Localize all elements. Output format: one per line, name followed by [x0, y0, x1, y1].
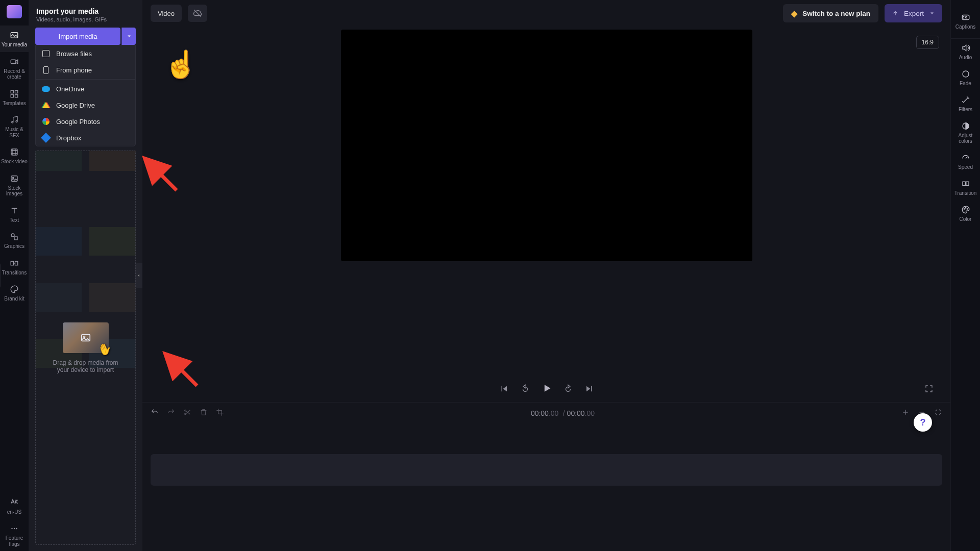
- tool-label: Fade: [960, 81, 971, 86]
- video-title-input[interactable]: Video: [151, 5, 182, 22]
- delete-button[interactable]: [200, 408, 208, 418]
- preview-stage: 16:9: [142, 27, 950, 378]
- gauge-icon: [961, 153, 970, 162]
- switch-plan-button[interactable]: ◆ Switch to a new plan: [783, 4, 878, 22]
- chevron-down-icon: [126, 33, 132, 39]
- svg-rect-14: [15, 261, 18, 265]
- timecode-total-ms: .00: [585, 409, 595, 417]
- tool-fade[interactable]: Fade: [951, 65, 980, 91]
- media-panel-subtitle: Videos, audio, images, GIFs: [36, 16, 135, 22]
- dropzone-hint: Drag & drop media from your device to im…: [53, 359, 118, 373]
- fade-icon: [961, 69, 970, 79]
- sidebar-item-stock-video[interactable]: Stock video: [0, 142, 29, 169]
- sidebar-item-brand-kit[interactable]: Brand kit: [0, 280, 29, 306]
- dropdown-item-label: OneDrive: [56, 85, 84, 93]
- svg-point-23: [963, 71, 969, 77]
- locale-icon: [10, 498, 19, 507]
- redo-icon: [167, 408, 175, 416]
- dropdown-item-from-phone[interactable]: From phone: [36, 62, 135, 78]
- sidebar-item-music[interactable]: Music & SFX: [0, 110, 29, 142]
- import-media-dropdown-toggle[interactable]: [121, 28, 136, 45]
- tool-filters[interactable]: Filters: [951, 91, 980, 117]
- svg-point-16: [14, 528, 15, 529]
- svg-point-29: [967, 209, 968, 210]
- forward-button[interactable]: [562, 384, 574, 396]
- sidebar-item-label: Music & SFX: [0, 127, 29, 138]
- svg-rect-12: [14, 237, 17, 240]
- skip-prev-icon: [499, 384, 508, 393]
- sidebar-item-feature-flags[interactable]: Feature flags: [0, 519, 29, 551]
- fullscreen-button[interactable]: [923, 384, 935, 396]
- media-drop-zone[interactable]: ✋ Drag & drop media from your device to …: [35, 151, 136, 545]
- next-frame-button[interactable]: [583, 384, 596, 396]
- sidebar-item-transitions[interactable]: Transitions: [0, 254, 29, 280]
- tool-speed[interactable]: Speed: [951, 148, 980, 174]
- locale-label: en-US: [7, 509, 21, 515]
- tool-audio[interactable]: Audio: [951, 39, 980, 65]
- dropdown-item-google-drive[interactable]: Google Drive: [36, 97, 135, 113]
- right-tools-collapse-handle[interactable]: [0, 263, 1, 288]
- cloud-off-icon: [193, 9, 202, 18]
- speaker-icon: [961, 43, 970, 53]
- prev-frame-button[interactable]: [498, 384, 510, 396]
- sidebar-item-stock-images[interactable]: Stock images: [0, 169, 29, 201]
- timeline-track-empty[interactable]: [151, 454, 942, 486]
- tool-color[interactable]: Color: [951, 201, 980, 227]
- zoom-in-button[interactable]: [901, 408, 910, 418]
- contrast-icon: [961, 121, 970, 131]
- sidebar-item-label: Record & create: [4, 68, 25, 80]
- image-icon: [80, 332, 91, 343]
- tool-adjust-colors[interactable]: Adjust colors: [951, 117, 980, 148]
- play-button[interactable]: [541, 383, 553, 396]
- tool-transition[interactable]: Transition: [951, 174, 980, 201]
- video-preview-canvas[interactable]: [341, 30, 752, 261]
- timeline-toolbar: 00:00.00 / 00:00.00: [142, 402, 950, 423]
- dropdown-item-label: From phone: [56, 66, 92, 74]
- redo-button[interactable]: [167, 408, 175, 418]
- import-media-button[interactable]: Import media: [35, 28, 120, 45]
- dropdown-item-dropbox[interactable]: Dropbox: [36, 130, 135, 146]
- transition-icon: [961, 179, 970, 188]
- phone-icon: [42, 66, 50, 74]
- dropdown-item-google-photos[interactable]: Google Photos: [36, 113, 135, 130]
- templates-icon: [10, 89, 19, 98]
- crop-button[interactable]: [216, 408, 224, 418]
- dropdown-item-onedrive[interactable]: OneDrive: [36, 81, 135, 97]
- dropdown-item-browse-files[interactable]: Browse files: [36, 45, 135, 62]
- rewind-button[interactable]: [519, 384, 531, 396]
- tool-captions[interactable]: Captions: [951, 8, 980, 34]
- timecode-current-ms: .00: [549, 409, 558, 417]
- svg-rect-25: [963, 182, 965, 186]
- captions-icon: [961, 13, 970, 22]
- sidebar-item-label: Brand kit: [4, 296, 24, 302]
- zoom-fit-button[interactable]: [934, 408, 942, 418]
- sidebar-item-text[interactable]: Text: [0, 201, 29, 228]
- help-button[interactable]: ?: [914, 413, 932, 432]
- aspect-ratio-button[interactable]: 16:9: [916, 36, 939, 49]
- sidebar-item-record[interactable]: Record & create: [0, 52, 29, 84]
- sidebar-item-templates[interactable]: Templates: [0, 84, 29, 111]
- media-panel: Import your media Videos, audio, images,…: [29, 0, 142, 551]
- forward-icon: [564, 384, 573, 393]
- cloud-sync-off-button[interactable]: [188, 5, 207, 22]
- split-button[interactable]: [183, 408, 191, 418]
- fullscreen-icon: [924, 384, 934, 393]
- sidebar-item-locale[interactable]: en-US: [0, 493, 29, 519]
- skip-next-icon: [585, 384, 594, 393]
- aspect-ratio-value: 16:9: [922, 39, 934, 46]
- sidebar-item-your-media[interactable]: Your media: [0, 26, 29, 52]
- tool-label: Filters: [959, 107, 972, 112]
- scissors-icon: [183, 408, 191, 416]
- sidebar-item-label: Stock video: [1, 159, 28, 165]
- svg-point-28: [965, 208, 966, 209]
- export-button[interactable]: Export: [885, 4, 942, 22]
- media-panel-collapse-handle[interactable]: [135, 263, 142, 288]
- trash-icon: [200, 408, 208, 416]
- camcorder-icon: [10, 57, 19, 66]
- sidebar-item-graphics[interactable]: Graphics: [0, 227, 29, 254]
- shapes-icon: [10, 232, 19, 241]
- sidebar-item-label: Transitions: [2, 270, 27, 276]
- undo-button[interactable]: [151, 408, 159, 418]
- dropdown-item-label: Browse files: [56, 50, 92, 58]
- timeline[interactable]: [142, 423, 950, 551]
